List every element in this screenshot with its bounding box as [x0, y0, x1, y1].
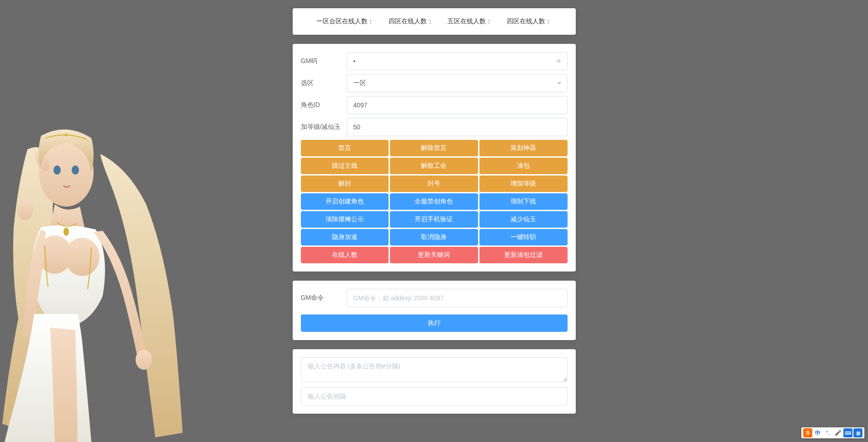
force-offline-button[interactable]: 强制下线: [479, 193, 568, 210]
zone-select[interactable]: 一区: [347, 74, 568, 92]
character-illustration: [0, 113, 192, 442]
skip-main-button[interactable]: 跳过主线: [301, 158, 389, 174]
add-level-button[interactable]: 增加等级: [479, 176, 568, 192]
svg-point-0: [39, 138, 94, 207]
gm-command-label: GM命令: [301, 294, 347, 302]
zone5-status: 五区在线人数：: [447, 17, 492, 25]
sogou-logo-icon[interactable]: S: [803, 428, 812, 437]
announce-content-input[interactable]: [301, 357, 568, 382]
stealth-speed-button[interactable]: 隐身加速: [301, 229, 389, 245]
eye-icon[interactable]: 👁: [556, 58, 562, 65]
gm-form-card: GM码 👁 选区 一区 角色ID 加等级/减仙玉: [293, 44, 576, 272]
svg-point-5: [65, 238, 100, 276]
unban-button[interactable]: 解封: [301, 176, 389, 192]
grid-icon[interactable]: ▦: [853, 428, 863, 437]
disband-guild-button[interactable]: 解散工会: [390, 158, 478, 174]
zone-label: 选区: [301, 79, 347, 87]
online-status-line: 一区合区在线人数： 四区在线人数： 五区在线人数： 四区在线人数：: [304, 17, 565, 26]
update-keywords-button[interactable]: 更新关键词: [390, 247, 478, 263]
svg-point-8: [65, 133, 68, 136]
mute-button[interactable]: 禁言: [301, 140, 389, 156]
plan-artifact-button[interactable]: 策划神器: [479, 140, 568, 156]
unmute-button[interactable]: 解除禁言: [390, 140, 478, 156]
zone-selected-value: 一区: [353, 79, 366, 87]
svg-point-4: [37, 235, 72, 274]
gm-code-label: GM码: [301, 57, 347, 65]
zone4b-status: 四区在线人数：: [507, 17, 552, 25]
level-jade-input[interactable]: [347, 118, 568, 136]
svg-point-2: [53, 165, 61, 175]
svg-point-9: [63, 228, 69, 236]
announce-card: [293, 349, 576, 414]
zone1-status: 一区合区在线人数：: [316, 17, 374, 25]
server-ban-create-button[interactable]: 全服禁创角色: [390, 193, 478, 210]
level-jade-label: 加等级/减仙玉: [301, 123, 347, 131]
gm-command-input[interactable]: [347, 289, 568, 307]
ime-lang-toggle[interactable]: 中: [813, 428, 822, 437]
reduce-jade-button[interactable]: 减少仙玉: [479, 211, 568, 228]
ban-button[interactable]: 封号: [390, 176, 478, 192]
gm-code-input[interactable]: [347, 52, 568, 70]
ime-punct-icon[interactable]: °,: [823, 428, 832, 437]
announce-interval-input[interactable]: [301, 387, 568, 405]
mic-icon[interactable]: 🎤: [833, 428, 842, 437]
gm-command-card: GM命令 执行: [293, 281, 576, 340]
clear-stall-button[interactable]: 清除摆摊公示: [301, 211, 389, 228]
role-id-input[interactable]: [347, 96, 568, 114]
clear-bag-button[interactable]: 清包: [479, 158, 568, 174]
open-create-role-button[interactable]: 开启创建角色: [301, 193, 389, 210]
svg-point-3: [72, 165, 79, 175]
keyboard-icon[interactable]: ⌨: [843, 428, 852, 437]
ime-toolbar[interactable]: S 中 °, 🎤 ⌨ ▦: [801, 427, 864, 438]
status-header-card: 一区合区在线人数： 四区在线人数： 五区在线人数： 四区在线人数：: [293, 8, 576, 35]
execute-button[interactable]: 执行: [301, 314, 568, 332]
change-job-button[interactable]: 一键转职: [479, 229, 568, 245]
zone4a-status: 四区在线人数：: [389, 17, 433, 25]
update-clear-filter-button[interactable]: 更新清包过滤: [479, 247, 568, 263]
svg-point-1: [32, 148, 53, 173]
svg-point-6: [17, 197, 33, 220]
enable-phone-verify-button[interactable]: 开启手机验证: [390, 211, 478, 228]
online-count-button[interactable]: 在线人数: [301, 247, 389, 263]
svg-point-7: [136, 350, 152, 370]
cancel-stealth-button[interactable]: 取消隐身: [390, 229, 478, 245]
role-id-label: 角色ID: [301, 101, 347, 109]
